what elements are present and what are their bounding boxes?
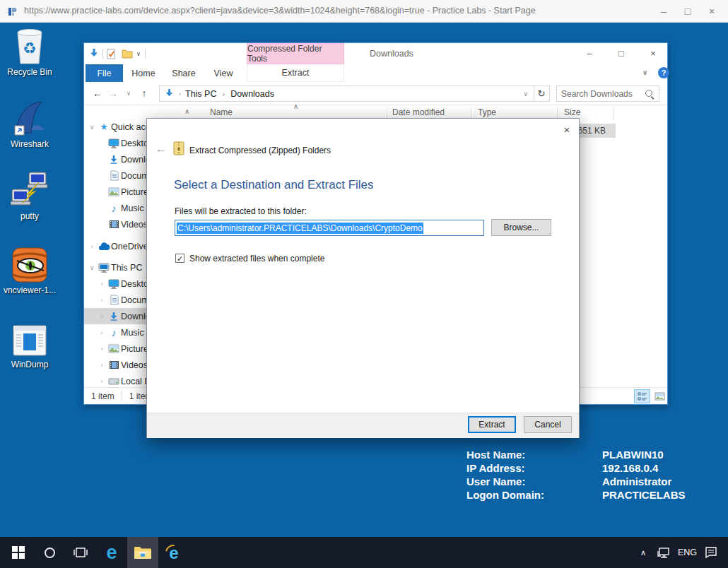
edge-icon: e (106, 543, 117, 562)
tab-share[interactable]: Share (166, 64, 201, 82)
browser-minimize-button[interactable]: – (652, 2, 676, 20)
dialog-heading: Select a Destination and Extract Files (174, 178, 374, 192)
browser-maximize-button[interactable]: □ (676, 2, 700, 20)
dialog-title: Extract Compressed (Zipped) Folders (189, 146, 331, 155)
crumb-separator-icon: › (222, 90, 225, 98)
collapse-chevron-icon[interactable]: › (97, 362, 107, 369)
column-header-type[interactable]: Type (478, 107, 496, 117)
desktop-icon-wireshark[interactable]: Wireshark (0, 97, 59, 149)
recent-locations-chevron-icon[interactable]: ∨ (121, 90, 136, 97)
system-tray: ∧ ENG (634, 546, 728, 559)
extract-button[interactable]: Extract (468, 416, 516, 433)
quick-access-toolbar: ∨ (88, 45, 148, 62)
breadcrumb-this-pc[interactable]: This PC (185, 89, 216, 99)
tray-chevron-up-icon[interactable]: ∧ (634, 548, 652, 557)
address-dropdown-chevron-icon[interactable]: ∨ (523, 90, 528, 97)
svg-text:♻: ♻ (23, 40, 37, 57)
browse-button[interactable]: Browse... (491, 219, 551, 236)
logon-domain-value: PRACTICELABS (602, 488, 686, 502)
cancel-button[interactable]: Cancel (524, 416, 572, 433)
windump-icon (0, 318, 59, 357)
tab-home[interactable]: Home (128, 64, 159, 82)
desktop-icon-label: Recycle Bin (0, 67, 59, 77)
collapse-chevron-icon[interactable]: › (97, 313, 107, 320)
tab-file[interactable]: File (86, 64, 123, 82)
tab-view[interactable]: View (207, 64, 240, 82)
refresh-button[interactable]: ↻ (534, 85, 550, 102)
ip-address-value: 192.168.0.4 (602, 461, 658, 475)
collapse-chevron-icon[interactable]: › (87, 243, 97, 250)
column-header-size[interactable]: Size (564, 107, 580, 117)
thumbnail-view-button[interactable] (652, 389, 668, 403)
browser-title: https://www.practice-labs.com/device.asp… (24, 6, 536, 16)
music-icon: ♪ (107, 328, 121, 338)
details-view-button[interactable] (634, 389, 650, 403)
desktop-icon-vncviewer[interactable]: vncviewer-1... (0, 244, 59, 295)
taskbar: e e ∧ ENG (0, 537, 728, 568)
collapse-chevron-icon[interactable]: › (97, 345, 107, 353)
network-icon[interactable] (657, 547, 671, 559)
destination-folder-label: Files will be extracted to this folder: (175, 206, 307, 216)
column-header-date-modified[interactable]: Date modified (392, 107, 445, 117)
address-breadcrumb[interactable]: › This PC › Downloads ∨ (159, 85, 534, 102)
column-header-name[interactable]: Name (210, 107, 233, 117)
collapse-chevron-icon[interactable]: › (97, 297, 107, 304)
extract-dialog: × ← Extract Compressed (Zipped) Folders … (146, 118, 580, 438)
show-files-checkbox-label: Show extracted files when complete (189, 254, 324, 264)
edge-button[interactable]: e (96, 537, 127, 568)
desktop-icon-label: Wireshark (0, 139, 59, 149)
tab-extract[interactable]: Extract (247, 64, 344, 82)
expand-chevron-icon[interactable]: ∨ (87, 124, 97, 131)
back-button[interactable]: ← (90, 88, 105, 99)
windows-logo-icon (12, 546, 25, 559)
documents-icon (107, 295, 121, 305)
explorer-close-button[interactable]: × (642, 45, 664, 62)
contextual-tab-compressed-folder-tools[interactable]: Compressed Folder Tools (247, 43, 344, 64)
desktop-icon-windump[interactable]: WinDump (0, 318, 59, 369)
qat-customize-chevron-icon[interactable]: ∨ (136, 51, 141, 57)
internet-explorer-button[interactable]: e (158, 537, 189, 568)
action-center-icon[interactable] (704, 546, 718, 559)
task-view-button[interactable] (65, 537, 96, 568)
browser-titlebar: https://www.practice-labs.com/device.asp… (0, 0, 728, 23)
collapse-chevron-icon[interactable]: › (97, 280, 107, 288)
host-name-label: Host Name: (466, 448, 602, 461)
downloads-window-icon (88, 48, 100, 59)
destination-path-input[interactable]: C:\Users\administrator.PRACTICELABS\Down… (175, 220, 484, 236)
music-icon: ♪ (107, 203, 121, 213)
desktop-icon-label: vncviewer-1... (0, 285, 59, 295)
new-folder-button-icon[interactable] (122, 49, 133, 59)
vncviewer-icon (0, 244, 59, 283)
dialog-close-button[interactable]: × (559, 123, 575, 137)
cortana-icon (45, 548, 55, 558)
logon-domain-label: Logon Domain: (466, 488, 602, 502)
host-name-value: PLABWIN10 (602, 448, 664, 461)
breadcrumb-downloads[interactable]: Downloads (230, 89, 274, 99)
forward-button[interactable]: → (105, 88, 121, 99)
onedrive-cloud-icon (97, 242, 111, 251)
browser-close-button[interactable]: × (700, 2, 724, 20)
language-indicator[interactable]: ENG (675, 548, 700, 557)
desktop-icon-putty[interactable]: putty (0, 170, 59, 221)
properties-button-icon[interactable] (106, 49, 117, 59)
ribbon-collapse-chevron-icon[interactable]: ∨ (642, 69, 647, 76)
details-view-icon (638, 392, 647, 401)
start-button[interactable] (3, 537, 34, 568)
help-icon[interactable]: ? (658, 67, 669, 78)
show-files-checkbox[interactable]: ✓ (175, 254, 184, 263)
explorer-maximize-button[interactable]: □ (611, 45, 632, 62)
search-input[interactable]: Search Downloads (556, 85, 659, 102)
collapse-chevron-icon[interactable]: › (97, 378, 107, 385)
cortana-button[interactable] (34, 537, 65, 568)
file-explorer-taskbar-button[interactable] (127, 537, 158, 568)
desktop-icon-recycle-bin[interactable]: ♻ Recycle Bin (0, 25, 59, 77)
explorer-minimize-button[interactable]: – (579, 45, 600, 62)
this-pc-icon (97, 263, 111, 273)
expand-chevron-icon[interactable]: ∨ (87, 264, 97, 271)
collapse-chevron-icon[interactable]: › (97, 329, 107, 336)
up-button[interactable]: ↑ (136, 88, 152, 99)
search-icon[interactable] (645, 89, 654, 99)
search-placeholder: Search Downloads (561, 89, 633, 99)
desktop-monitor-icon (107, 138, 121, 148)
documents-icon (107, 170, 121, 181)
